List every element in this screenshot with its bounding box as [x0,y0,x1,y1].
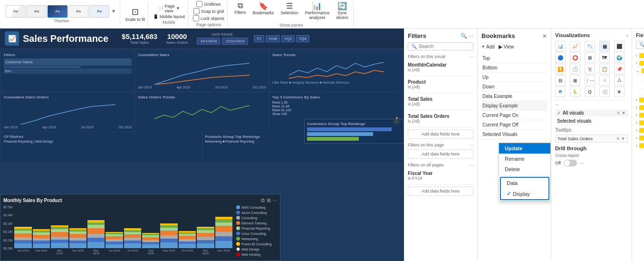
filter-fiscal-year[interactable]: Fiscal Year is FY19 [408,169,473,182]
filter-month-calendar[interactable]: MonthInCalendar is (All) [408,61,473,74]
filters-visual-more[interactable]: ··· [470,54,473,59]
total-orders-chevron[interactable]: ▼ [621,136,625,141]
viz-icon-waterfall[interactable]: ⧊ [614,75,625,86]
filter-total-sales[interactable]: Total Sales is (All) [408,95,473,108]
fields-group-period[interactable]: › Period [636,119,644,126]
context-data[interactable]: Data [501,178,548,188]
filters-search-box[interactable]: 🔍 [408,42,473,50]
lock-check[interactable] [193,15,199,21]
period-yq4[interactable]: YQ4 [296,35,309,42]
period-yq2[interactable]: YQ2 [281,35,295,42]
viz-icon-gauge[interactable]: 🕐 [570,64,580,74]
viz-icon-multirow-card[interactable]: 📋 [599,64,610,74]
viz-icon-stacked-bar[interactable]: ▦ [599,41,610,51]
fields-group-date[interactable]: › Date [636,104,644,111]
sync-slicers-btn[interactable]: 🔄 Sync slicers [334,0,350,21]
viz-icon-py[interactable]: 🐍 [570,87,580,97]
monthly-expand-icon[interactable]: ⊞ [267,197,271,203]
viz-icon-pie[interactable]: 🔵 [555,52,566,63]
theme-swatch-1[interactable]: Aa [6,5,26,18]
add-data-fields-all[interactable]: Add data fields here [408,186,473,196]
filters-search-input[interactable] [419,44,470,49]
viz-icon-treemap[interactable]: ⊞ [585,52,595,63]
fields-group-key-measures[interactable]: ⌄ Key Measures [636,67,644,75]
monthly-more-icon[interactable]: ··· [273,197,277,203]
snap-check[interactable] [193,8,200,14]
fields-group-email[interactable]: › Email [636,111,644,119]
viz-icon-100bar[interactable]: ⬛ [614,41,625,51]
period-yt[interactable]: YT [254,35,264,42]
fields-item-scenario[interactable]: Scenario Measures [636,89,644,96]
all-visuals-chevron[interactable]: ▼ [621,110,626,116]
theme-swatch-3[interactable]: Aa [48,5,67,18]
viz-icon-donut[interactable]: ⭕ [570,52,580,63]
lock-objects-btn[interactable]: Lock objects [193,15,224,21]
bookmarks-add-btn[interactable]: + Add [481,43,495,50]
filter-product[interactable]: Product is (All) [408,78,473,91]
fields-item-ranking[interactable]: Ranking Measures [636,82,644,89]
context-delete[interactable]: Delete [499,164,550,174]
add-data-fields-page[interactable]: Add data fields here [408,149,473,159]
scale-to-fit-btn[interactable]: ⊡ Scale to fit [125,7,145,22]
bookmark-bottom[interactable]: Bottom [481,63,547,73]
fields-search-box[interactable]: 🔍 [636,41,644,49]
selection-btn[interactable]: ☰ Selection [279,0,300,21]
add-data-fields-visual[interactable]: Add data fields here [408,129,473,139]
theme-swatch-4[interactable]: Aa [68,5,88,18]
page-view-btn[interactable]: 📄Page view▼ [158,4,180,13]
filters-all-more[interactable]: ··· [470,163,473,167]
viz-panel-expand[interactable]: › [626,33,628,38]
viz-icon-filled-map[interactable]: 🌍 [614,52,625,63]
bookmark-display-example[interactable]: Display Example [481,101,547,111]
mobile-layout-btn[interactable]: 📱Mobile layout [153,14,185,19]
filter-total-orders[interactable]: Total Sales Orders is (All) [408,112,473,125]
all-visuals-x-btn[interactable]: ✕ [616,110,620,116]
viz-icon-kpi[interactable]: 📌 [614,64,625,74]
viz-icon-funnel[interactable]: ⏬ [555,64,566,74]
bookmark-up[interactable]: Up [481,73,547,82]
context-rename[interactable]: Rename [499,154,550,164]
fields-group-cumulative[interactable]: › Cumulative Meas... [636,52,644,59]
bookmark-current-off[interactable]: Current Page Off [481,120,547,130]
bookmarks-close-btn[interactable]: ✕ [542,33,547,39]
gridlines-btn[interactable]: Gridlines [196,1,221,7]
date-start-badge[interactable]: 10/1/2018 [197,38,221,45]
viz-icon-line[interactable]: 📈 [570,41,580,51]
filters-more-icon[interactable]: ··· [469,33,473,39]
viz-icon-scatter[interactable]: ⁘ [599,75,610,86]
bookmarks-view-btn[interactable]: ▶ View [499,43,514,50]
gridlines-check[interactable] [196,1,202,7]
viz-icon-bar[interactable]: 📊 [555,41,566,51]
bookmark-down[interactable]: Down [481,82,547,92]
monthly-filter-icon[interactable]: ⧉ [261,197,265,203]
period-yom[interactable]: YOM [266,35,280,42]
snap-to-grid-btn[interactable]: Snap to grid [193,8,224,14]
viz-icon-r[interactable]: R [555,87,566,97]
fields-group-customers[interactable]: › Customers [636,96,644,104]
filters-search-icon[interactable]: 🔍 [461,33,467,39]
viz-icon-custom2[interactable]: ⊕ [614,87,625,97]
viz-icon-map[interactable]: 🗺 [599,52,610,63]
bookmark-top[interactable]: Top [481,54,547,63]
viz-icon-matrix[interactable]: ⋮⋯ [585,75,595,86]
filters-btn[interactable]: ⧉ Filters [232,0,248,21]
viz-icon-q[interactable]: Q [585,87,595,97]
bookmark-current-on[interactable]: Current Page On [481,111,547,120]
fields-item-moving-avg[interactable]: Moving Averages [636,75,644,82]
bookmark-selected-visuals[interactable]: Selected Visuals [481,130,547,139]
context-update[interactable]: Update [499,143,550,154]
theme-swatch-2[interactable]: Aa [27,5,47,18]
total-orders-x[interactable]: ✕ [616,136,620,141]
bookmark-data-example[interactable]: Data Example [481,92,547,101]
fields-group-sales-scenarios[interactable]: › Sales Scenarios [636,142,644,149]
theme-swatch-5[interactable]: Aa [89,5,109,18]
fields-group-email-key[interactable]: › Email Key Measur... [636,59,644,67]
viz-icon-slicer[interactable]: ⊟ [555,75,566,86]
viz-icon-card[interactable]: 🃏 [585,64,595,74]
viz-icon-table[interactable]: ⊞ [570,75,580,86]
bookmarks-btn[interactable]: 🔖 Bookmarks [251,0,276,21]
date-end-badge[interactable]: 12/31/2019 [222,38,248,45]
drill-toggle[interactable] [564,160,577,166]
filters-page-more[interactable]: ··· [470,143,473,147]
theme-expand-btn[interactable]: ▼ [110,5,117,18]
